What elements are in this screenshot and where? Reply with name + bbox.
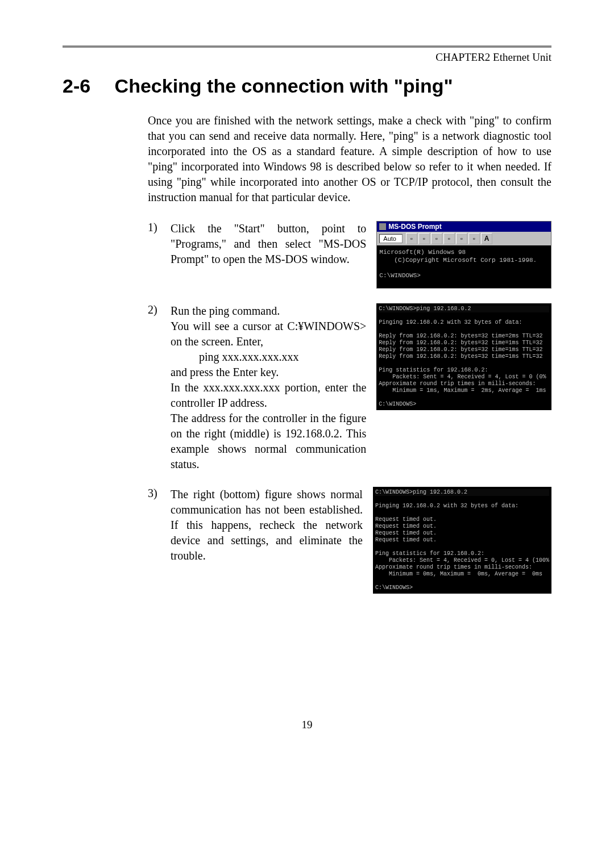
term-line: Packets: Sent = 4, Received = 0, Lost = … — [375, 557, 549, 564]
term-line: Ping statistics for 192.168.0.2: — [379, 367, 488, 373]
term-line: Approximate round trip times in milli-se… — [379, 381, 536, 387]
step-text: Run the ping command. You will see a cur… — [171, 303, 366, 472]
dos-titlebar: MS-DOS Prompt — [377, 222, 551, 232]
term-line: Reply from 192.168.0.2: bytes=32 time=1m… — [379, 340, 542, 346]
step-text: The right (bottom) figure shows normal c… — [171, 487, 363, 594]
dos-line: (C)Copyright Microsoft Corp 1981-1998. — [394, 257, 549, 265]
term-line: Approximate round trip times in milli-se… — [375, 564, 532, 570]
dos-line: Microsoft(R) Windows 98 — [379, 249, 466, 256]
dos-body: Microsoft(R) Windows 98 (C)Copyright Mic… — [377, 245, 551, 288]
dos-line: C:\WINDOWS> — [379, 272, 421, 279]
step-2: 2) Run the ping command. You will see a … — [148, 303, 551, 472]
term-line: Pinging 192.168.0.2 with 32 bytes of dat… — [379, 319, 522, 326]
font-size-select[interactable]: Auto — [379, 234, 403, 243]
dos-title: MS-DOS Prompt — [388, 223, 441, 231]
term-line: Request timed out. — [375, 516, 437, 523]
header-rule — [63, 45, 551, 48]
term-line: C:\WINDOWS> — [379, 401, 416, 407]
term-line: C:\WINDOWS>ping 192.168.0.2 — [379, 306, 549, 312]
term-line: Request timed out. — [375, 530, 437, 536]
term-line: Request timed out. — [375, 537, 437, 543]
toolbar-btn-paste[interactable]: ▫ — [443, 233, 455, 244]
toolbar-btn-props[interactable]: ▫ — [468, 233, 480, 244]
section-number: 2-6 — [63, 75, 90, 97]
term-line: Packets: Sent = 4, Received = 4, Lost = … — [379, 374, 546, 380]
term-line: C:\WINDOWS>ping 192.168.0.2 — [375, 489, 549, 496]
step-line: The address for the controller in the fi… — [171, 412, 366, 470]
term-line: Request timed out. — [375, 523, 437, 529]
step-line: Run the ping command. — [171, 304, 280, 317]
term-line: Pinging 192.168.0.2 with 32 bytes of dat… — [375, 503, 518, 509]
terminal-ping-fail: C:\WINDOWS>ping 192.168.0.2 Pinging 192.… — [373, 487, 551, 594]
toolbar-btn-full[interactable]: ▫ — [456, 233, 467, 244]
toolbar-btn-copy[interactable]: ▫ — [431, 233, 442, 244]
ping-command: ping xxx.xxx.xxx.xxx — [199, 350, 299, 363]
intro-paragraph: Once you are finished with the network s… — [148, 113, 551, 205]
step-number: 3) — [148, 487, 171, 594]
term-line: Minimum = 0ms, Maximum = 0ms, Average = … — [375, 571, 542, 577]
step-number: 2) — [148, 303, 171, 472]
chapter-label: CHAPTER2 Ethernet Unit — [63, 51, 551, 64]
term-line: Reply from 192.168.0.2: bytes=32 time=1m… — [379, 347, 542, 353]
toolbar-btn-1[interactable]: ▫ — [406, 233, 417, 244]
dos-toolbar: Auto ▫ ▫ ▫ ▫ ▫ ▫ A — [377, 232, 551, 245]
step-line: In the xxx.xxx.xxx.xxx portion, enter th… — [171, 381, 366, 409]
step-line: You will see a cursor at C:¥WINDOWS> on … — [171, 320, 366, 348]
step-line: and press the Enter key. — [171, 366, 279, 378]
dos-prompt-window: MS-DOS Prompt Auto ▫ ▫ ▫ ▫ ▫ ▫ A Microso… — [376, 221, 551, 289]
step-number: 1) — [148, 221, 171, 289]
term-line: Reply from 192.168.0.2: bytes=32 time=2m… — [379, 333, 542, 339]
term-line: C:\WINDOWS> — [375, 585, 413, 591]
terminal-ping-success: C:\WINDOWS>ping 192.168.0.2 Pinging 192.… — [376, 303, 551, 410]
page-number: 19 — [63, 719, 551, 731]
dos-icon — [379, 223, 386, 230]
section-heading: Checking the connection with "ping" — [115, 75, 453, 97]
term-line: Ping statistics for 192.168.0.2: — [375, 550, 484, 557]
term-line: Reply from 192.168.0.2: bytes=32 time=1m… — [379, 353, 542, 360]
step-1: 1) Click the "Start" button, point to "P… — [148, 221, 551, 289]
term-line: Minimum = 1ms, Maximum = 2ms, Average = … — [379, 387, 546, 394]
toolbar-btn-2[interactable]: ▫ — [418, 233, 430, 244]
section-title: 2-6 Checking the connection with "ping" — [63, 75, 551, 97]
step-text: Click the "Start" button, point to "Prog… — [171, 221, 366, 289]
toolbar-btn-font[interactable]: A — [481, 233, 492, 244]
step-3: 3) The right (bottom) figure shows norma… — [148, 487, 551, 594]
